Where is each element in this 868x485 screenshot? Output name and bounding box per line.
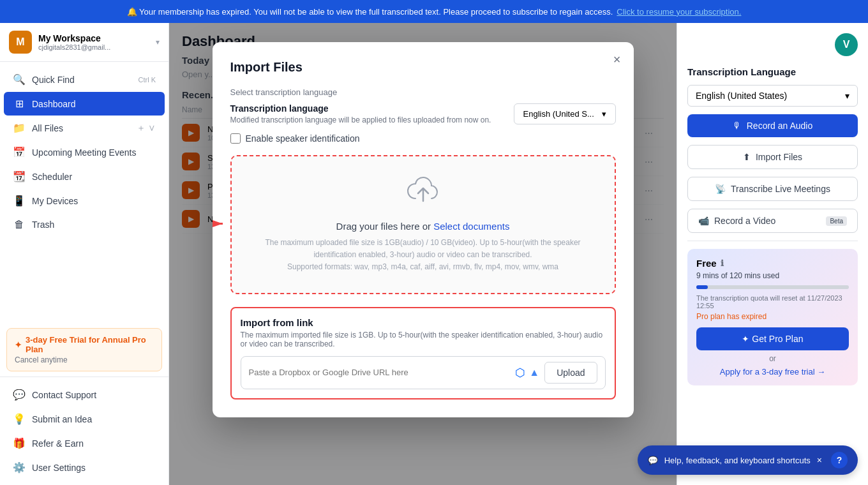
sidebar-item-label: Upcoming Meeting Events xyxy=(32,147,156,158)
sidebar-item-quick-find[interactable]: 🔍 Quick Find Ctrl K xyxy=(4,68,165,91)
red-arrow-icon xyxy=(213,214,227,233)
sidebar-item-label: User Settings xyxy=(32,463,156,473)
promo-box[interactable]: ✦ 3-day Free Trial for Annual Pro Plan C… xyxy=(6,328,162,371)
import-link-desc: The maximum imported file size is 1GB. U… xyxy=(241,331,606,348)
help-circle-icon: ? xyxy=(831,452,848,468)
sidebar-item-label: All Files xyxy=(32,123,130,133)
beta-badge: Beta xyxy=(826,216,847,226)
banner-text: 🔔 Your membership has expired. You will … xyxy=(127,7,613,17)
sidebar-item-scheduler[interactable]: 📆 Scheduler xyxy=(4,165,165,188)
get-pro-button[interactable]: ✦ Get Pro Plan xyxy=(696,327,849,350)
star-icon: ✦ xyxy=(15,340,22,350)
sidebar-item-label: Trash xyxy=(32,220,156,230)
workspace-header[interactable]: M My Workspace cjdigitals2831@gmail... ▾ xyxy=(0,23,168,62)
calendar-icon: 📅 xyxy=(13,146,26,158)
chevron-down-icon: ▾ xyxy=(845,91,849,101)
help-label: Help, feedback, and keyboard shortcuts xyxy=(664,456,811,465)
sidebar-item-trash[interactable]: 🗑 Trash xyxy=(4,213,165,236)
promo-title: ✦ 3-day Free Trial for Annual Pro Plan xyxy=(15,335,154,354)
import-files-button[interactable]: ⬆ Import Files xyxy=(687,145,858,169)
sidebar-item-dashboard[interactable]: ⊞ Dashboard xyxy=(4,92,165,116)
progress-bar xyxy=(696,285,849,289)
drop-zone-wrapper: Drag your files here or Select documents… xyxy=(230,155,616,294)
workspace-name: My Workspace xyxy=(38,33,149,43)
language-dropdown-button[interactable]: English (United S... ▾ xyxy=(514,103,616,124)
sidebar: M My Workspace cjdigitals2831@gmail... ▾… xyxy=(0,23,169,485)
sidebar-nav: 🔍 Quick Find Ctrl K ⊞ Dashboard 📁 All Fi… xyxy=(0,62,168,323)
sidebar-item-contact-support[interactable]: 💬 Contact Support xyxy=(4,383,165,407)
progress-bar-fill xyxy=(696,285,708,289)
sidebar-item-label: Refer & Earn xyxy=(32,438,156,449)
free-trial-link[interactable]: Apply for a 3-day free trial → xyxy=(696,367,849,377)
trash-icon: 🗑 xyxy=(13,219,26,230)
drop-max-size-text: The maximum uploaded file size is 1GB(au… xyxy=(244,237,602,261)
sidebar-item-upcoming-meetings[interactable]: 📅 Upcoming Meeting Events xyxy=(4,140,165,164)
microphone-icon: 🎙 xyxy=(733,121,742,131)
sidebar-item-label: Dashboard xyxy=(32,99,156,109)
help-close-button[interactable]: × xyxy=(817,455,822,465)
workspace-email: cjdigitals2831@gmail... xyxy=(38,43,149,51)
sidebar-item-refer-earn[interactable]: 🎁 Refer & Earn xyxy=(4,431,165,455)
upload-button[interactable]: Upload xyxy=(544,362,597,384)
lang-selected-value: English (United S... xyxy=(523,109,594,119)
folder-icon: 📁 xyxy=(13,122,26,134)
sidebar-item-my-devices[interactable]: 📱 My Devices xyxy=(4,189,165,213)
lang-row: Transcription language Modified transcri… xyxy=(230,103,616,124)
file-drop-zone[interactable]: Drag your files here or Select documents… xyxy=(230,155,616,294)
modal-title: Import Files xyxy=(230,60,616,75)
sidebar-bottom: 💬 Contact Support 💡 Submit an Idea 🎁 Ref… xyxy=(0,377,168,485)
speaker-id-label: Enable speaker identification xyxy=(246,133,360,144)
help-icon: 💬 xyxy=(648,456,658,465)
record-audio-button[interactable]: 🎙 Record an Audio xyxy=(687,114,858,137)
transcription-lang-title: Transcription Language xyxy=(687,66,858,77)
main-content: Dashboard Today Open y... Recen... Name … xyxy=(169,23,677,485)
sidebar-item-all-files[interactable]: 📁 All Files ＋ ∨ xyxy=(4,116,165,140)
arrow-wrapper xyxy=(213,214,227,235)
sidebar-item-label: Submit an Idea xyxy=(32,414,156,424)
lang-title: Transcription language xyxy=(230,103,329,114)
import-link-box: Import from link The maximum imported fi… xyxy=(230,307,616,399)
info-icon: ℹ xyxy=(721,258,724,268)
reset-text: The transcription quota will reset at 11… xyxy=(696,294,849,310)
workspace-info: My Workspace cjdigitals2831@gmail... xyxy=(38,33,149,51)
import-link-section: Import from link The maximum imported fi… xyxy=(230,307,616,399)
sidebar-item-submit-idea[interactable]: 💡 Submit an Idea xyxy=(4,407,165,431)
user-avatar: V xyxy=(835,33,858,56)
home-icon: ⊞ xyxy=(13,98,26,110)
select-documents-link[interactable]: Select documents xyxy=(433,221,509,232)
modal-close-button[interactable]: × xyxy=(613,52,621,67)
promo-subtitle: Cancel anytime xyxy=(15,355,154,364)
sidebar-item-user-settings[interactable]: ⚙️ User Settings xyxy=(4,456,165,479)
device-icon: 📱 xyxy=(13,195,26,207)
right-panel-header: V xyxy=(687,33,858,56)
search-icon: 🔍 xyxy=(13,73,26,86)
modal-section-label: Select transcription language xyxy=(230,87,616,97)
cloud-service-icons: ⬡ ▲ xyxy=(515,366,539,380)
speaker-id-checkbox[interactable] xyxy=(230,133,241,144)
video-icon: 📹 xyxy=(698,216,709,226)
chevron-down-icon: ▾ xyxy=(602,109,606,119)
resume-subscription-link[interactable]: Click to resume your subscription. xyxy=(617,7,741,17)
transcribe-meetings-button[interactable]: 📡 Transcribe Live Meetings xyxy=(687,177,858,201)
expired-text: Pro plan has expired xyxy=(696,312,849,321)
panel-divider xyxy=(687,241,858,241)
import-link-title: Import from link xyxy=(241,317,606,328)
mins-used-text: 9 mins of 120 mins used xyxy=(696,271,849,280)
link-input-row: ⬡ ▲ Upload xyxy=(241,356,606,389)
modal-overlay: Import Files × Select transcription lang… xyxy=(169,23,677,485)
cloud-upload-icon xyxy=(244,175,602,214)
help-chat-widget[interactable]: 💬 Help, feedback, and keyboard shortcuts… xyxy=(638,445,858,475)
record-video-button[interactable]: 📹 Record a Video Beta xyxy=(687,209,858,233)
scheduler-icon: 📆 xyxy=(13,170,26,183)
idea-icon: 💡 xyxy=(13,413,26,425)
support-icon: 💬 xyxy=(13,389,26,401)
gift-icon: 🎁 xyxy=(13,437,26,449)
google-drive-icon: ▲ xyxy=(529,367,539,378)
free-plan-box: Free ℹ 9 mins of 120 mins used The trans… xyxy=(687,249,858,385)
speaker-id-row: Enable speaker identification xyxy=(230,133,616,144)
transcription-lang-dropdown[interactable]: English (United States) ▾ xyxy=(687,85,858,107)
lang-value: English (United States) xyxy=(696,91,787,101)
upload-icon: ⬆ xyxy=(743,152,751,162)
url-input[interactable] xyxy=(249,368,511,377)
drop-formats-text: Supported formats: wav, mp3, m4a, caf, a… xyxy=(244,261,602,273)
